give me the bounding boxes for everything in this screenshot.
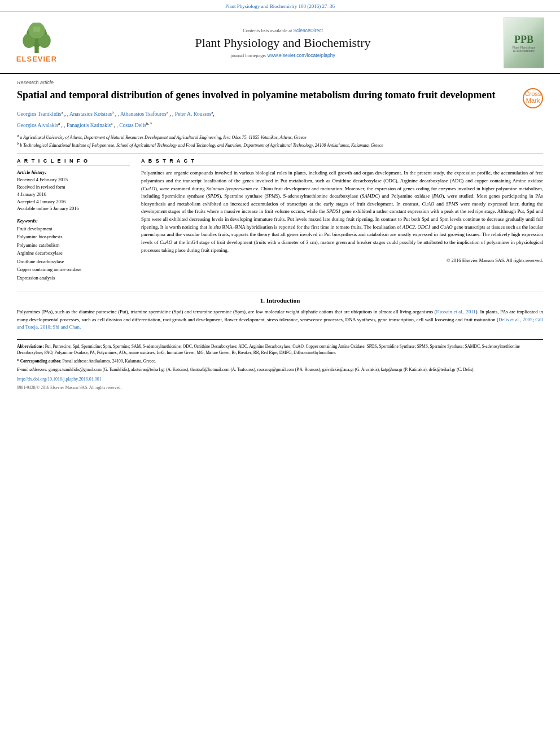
author-kotsiras[interactable]: , Anastasios Kotsiras <box>67 111 112 117</box>
corresponding-address: Postal address: Antikalamos, 24100, Kala… <box>62 359 156 364</box>
citation-delis[interactable]: Delis et al., 2005 <box>498 317 533 322</box>
available-date: Available online 5 January 2016 <box>17 205 130 212</box>
keyword-7: Expression analysis <box>17 274 130 282</box>
ppb-subtext: Plant Physiology& Biochemistry <box>513 46 536 53</box>
affil-sup-a2: a <box>167 110 168 115</box>
email-addresses: E-mail addresses: giorgos.tsaniklidis@gm… <box>17 366 543 373</box>
author-roussos[interactable]: , Peter A. Roussos <box>172 111 211 117</box>
keywords-label: Keywords: <box>17 218 130 224</box>
keyword-2: Polyamine biosynthesis <box>17 233 130 241</box>
revised-date: 4 January 2016 <box>17 191 130 198</box>
email-label: E-mail addresses: <box>17 367 47 372</box>
two-column-layout: A R T I C L E I N F O Article history: R… <box>17 158 543 282</box>
affil-b: b b Technological Educational Institute … <box>17 141 543 148</box>
page: Plant Physiology and Biochemistry 100 (2… <box>0 0 560 747</box>
article-content: Research article Spatial and temporal di… <box>0 74 560 396</box>
emails-text: giorgos.tsaniklidis@gmail.com (G. Tsanik… <box>49 367 474 372</box>
homepage-label: journal homepage: <box>230 53 266 58</box>
author-katinakis[interactable]: , Panagiotis Katinakis <box>64 123 111 129</box>
corresponding-author: * Corresponding author. Postal address: … <box>17 358 543 364</box>
citation-shi[interactable]: Shi and Chan, <box>53 324 81 330</box>
elsevier-label: ELSEVIER <box>16 55 57 63</box>
received-date: Received 4 February 2015 <box>17 176 130 184</box>
author-tsaniklidis[interactable]: Georgios Tsaniklidis <box>17 111 61 117</box>
affil-sup-b2: b, * <box>146 121 152 126</box>
contents-available-line: Contents lists available at ScienceDirec… <box>68 28 498 33</box>
journal-center: Contents lists available at ScienceDirec… <box>62 28 504 58</box>
journal-ref-text: Plant Physiology and Biochemistry 100 (2… <box>225 3 335 9</box>
author-delis[interactable]: , Costas Delis <box>117 123 147 129</box>
sciencedirect-link[interactable]: ScienceDirect <box>293 28 322 33</box>
homepage-link[interactable]: www.elsevier.com/locate/plaphy <box>268 53 335 58</box>
history-label: Article history: <box>17 169 130 175</box>
svg-text:Mark: Mark <box>526 97 540 104</box>
elsevier-logo: ELSEVIER <box>11 23 62 63</box>
copyright-line: © 2016 Elsevier Masson SAS. All rights r… <box>141 257 543 263</box>
authors-line: Georgios Tsaniklidisa , , Anastasios Kot… <box>17 110 543 119</box>
article-title: Spatial and temporal distribution of gen… <box>17 88 516 102</box>
ppb-logo-image: PPB Plant Physiology& Biochemistry <box>504 18 544 68</box>
contents-text: Contents lists available at <box>243 28 292 33</box>
abstract-text: Polyamines are organic compounds involve… <box>141 169 543 254</box>
journal-title: Plant Physiology and Biochemistry <box>68 36 498 50</box>
keyword-4: Arginine decarboxylase <box>17 249 130 257</box>
article-type-label: Research article <box>17 80 543 85</box>
article-info-panel: A R T I C L E I N F O Article history: R… <box>17 158 130 282</box>
divider-1 <box>17 153 543 154</box>
footer-section: Abbreviations: Put, Putrescine; Spd, Spe… <box>17 339 543 391</box>
affil-sup-a5: a <box>111 121 112 126</box>
abstract-section: A B S T R A C T Polyamines are organic c… <box>141 158 543 282</box>
affil-a: a a Agricultural University of Athens, D… <box>17 133 543 141</box>
keyword-3: Polyamine catabolism <box>17 241 130 249</box>
affil-sup-a: a <box>61 110 63 115</box>
ppb-letters: PPB <box>514 34 533 46</box>
article-info-title: A R T I C L E I N F O <box>17 158 130 166</box>
citation-gill[interactable]: Gill and Tuteja, 2010 <box>17 317 543 330</box>
journal-homepage: journal homepage: www.elsevier.com/locat… <box>68 53 498 58</box>
doi-link[interactable]: http://dx.doi.org/10.1016/j.plaphy.2016.… <box>17 376 543 383</box>
authors-line-2: Georgios Aivalakisa , , Panagiotis Katin… <box>17 121 543 130</box>
crossmark-icon: Cross Mark <box>523 88 543 108</box>
journal-header: ELSEVIER Contents lists available at Sci… <box>0 12 560 74</box>
keyword-6: Copper containing amine oxidase <box>17 265 130 273</box>
elsevier-tree-icon <box>17 23 56 54</box>
abbreviations: Abbreviations: Put, Putrescine; Spd, Spe… <box>17 343 543 356</box>
corresponding-star: * Corresponding author. <box>17 359 62 364</box>
intro-section-title: 1. Introduction <box>17 297 543 304</box>
crossmark-badge[interactable]: Cross Mark <box>523 88 543 110</box>
author-aivalakis[interactable]: Georgios Aivalakis <box>17 123 58 129</box>
issn-text: 0981-9428/© 2016 Elsevier Masson SAS. Al… <box>17 385 543 391</box>
svg-text:Cross: Cross <box>525 90 541 97</box>
author-tsafouros[interactable]: , Athanasios Tsafouros <box>118 111 167 117</box>
affiliations: a a Agricultural University of Athens, D… <box>17 133 543 149</box>
abbrev-label: Abbreviations: <box>17 344 44 349</box>
revised-label: Received in revised form <box>17 184 130 191</box>
affil-sup-a4: a <box>58 121 60 126</box>
keyword-1: Fruit development <box>17 225 130 233</box>
title-row: Spatial and temporal distribution of gen… <box>17 88 543 110</box>
keyword-5: Ornithine decarboxylase <box>17 257 130 265</box>
svg-rect-0 <box>34 46 38 53</box>
introduction-section: 1. Introduction Polyamines (PAs), such a… <box>17 291 543 331</box>
accepted-date: Accepted 4 January 2016 <box>17 198 130 206</box>
ppb-logo: PPB Plant Physiology& Biochemistry <box>504 18 549 68</box>
abbrev-text: Put, Putrescine; Spd, Spermidine; Spm, S… <box>17 344 520 355</box>
citation-hussain[interactable]: Hussain et al., 2011 <box>436 309 476 314</box>
intro-text: Polyamines (PAs), such as the diamine pu… <box>17 308 543 331</box>
journal-reference: Plant Physiology and Biochemistry 100 (2… <box>0 0 560 12</box>
affil-sup-b1: b <box>112 110 114 115</box>
abstract-title: A B S T R A C T <box>141 158 543 166</box>
svg-rect-5 <box>33 27 41 32</box>
keywords-list: Fruit development Polyamine biosynthesis… <box>17 225 130 282</box>
